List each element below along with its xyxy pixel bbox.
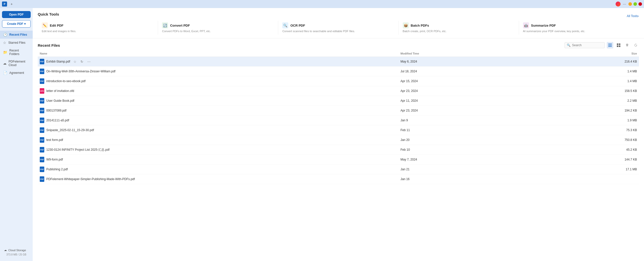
delete-button[interactable] xyxy=(624,42,630,48)
more-button[interactable]: ⋯ xyxy=(132,69,137,74)
star-button[interactable]: ☆ xyxy=(70,167,75,172)
refresh-file-button[interactable]: ↻ xyxy=(95,78,100,84)
all-tools-button[interactable]: All Tools › xyxy=(627,14,639,18)
list-view-button[interactable] xyxy=(607,42,613,48)
summarize-pdf-desc: AI summarizes your PDF overview, key poi… xyxy=(523,29,635,33)
maximize-button[interactable] xyxy=(633,2,637,6)
file-modified: Jan 20 xyxy=(398,135,538,145)
refresh-button[interactable] xyxy=(632,42,639,48)
star-button[interactable]: ☆ xyxy=(65,157,70,162)
main-content: Quick Tools All Tools › ✏️ Edit PDF Edit… xyxy=(33,8,644,261)
more-button[interactable]: ⋯ xyxy=(126,147,131,152)
cloud-storage-item[interactable]: ☁ Cloud Storage xyxy=(2,247,31,253)
file-modified: Jul 18, 2024 xyxy=(398,67,538,76)
star-button[interactable]: ☆ xyxy=(111,147,117,152)
create-pdf-button[interactable]: Create PDF ▾ xyxy=(2,20,31,28)
table-row[interactable]: PDF 000137089.pdf ☆ ↻ ⋯ Apr 23, 2024 194… xyxy=(38,106,639,116)
sidebar-item-agreement[interactable]: 📄 Agreement xyxy=(0,69,33,77)
sidebar-item-recent-files-label: Recent Files xyxy=(9,33,27,36)
star-button[interactable]: ☆ xyxy=(76,98,82,103)
file-name: 1230-0124 INFINITY Project List 2025-汇总.… xyxy=(46,148,109,152)
star-button[interactable]: ☆ xyxy=(137,176,142,182)
search-box[interactable]: 🔍 xyxy=(565,42,605,48)
table-row[interactable]: PDF W9-form.pdf ☆ ↻ ⋯ May 7, 2024 144.7 … xyxy=(38,155,639,165)
sidebar-item-recent-folders-label: Recent Folders xyxy=(9,49,30,56)
add-tab-button[interactable]: + xyxy=(9,2,14,7)
table-row[interactable]: PDF 1230-0124 INFINITY Project List 2025… xyxy=(38,145,639,155)
more-button[interactable]: ⋯ xyxy=(79,137,85,143)
refresh-file-button[interactable]: ↻ xyxy=(72,137,78,143)
star-button[interactable]: ☆ xyxy=(88,78,93,84)
more-button[interactable]: ⋯ xyxy=(151,176,156,182)
sidebar-item-pdfelement-cloud[interactable]: ☁ PDFelement Cloud xyxy=(0,58,33,69)
refresh-file-button[interactable]: ↻ xyxy=(103,127,108,133)
storage-info: 373.8 MB / 25 GB xyxy=(2,253,31,257)
table-row[interactable]: PDF 20141111-a5.pdf ☆ ↻ ⋯ Jan 9 1.9 MB xyxy=(38,116,639,125)
close-button[interactable] xyxy=(638,2,642,6)
table-row[interactable]: PDF Exhibit-Stamp.pdf ☆ ↻ ⋯ May 6, 2024 … xyxy=(38,57,639,67)
table-row[interactable]: PDF test form.pdf ☆ ↻ ⋯ Jan 20 750.8 KB xyxy=(38,135,639,145)
more-button[interactable]: ⋯ xyxy=(86,59,92,64)
tool-batch-pdfs[interactable]: 📦 Batch PDFs Batch create, print, OCR PD… xyxy=(399,20,519,36)
more-button[interactable]: ⋯ xyxy=(90,88,96,94)
ocr-pdf-desc: Convert scanned files to searchable and … xyxy=(282,29,394,33)
file-name: Exhibit-Stamp.pdf xyxy=(46,60,70,63)
search-input[interactable] xyxy=(572,43,602,47)
more-button[interactable]: ⋯ xyxy=(102,78,107,84)
table-row[interactable]: PDF Publishing 2.pdf ☆ ↻ ⋯ Jan 21 17.1 M… xyxy=(38,165,639,174)
file-type-icon: PDF xyxy=(40,127,44,133)
star-button[interactable]: ☆ xyxy=(72,59,78,64)
star-button[interactable]: ☆ xyxy=(117,69,123,74)
file-type-icon: PDF xyxy=(40,108,44,113)
refresh-file-button[interactable]: ↻ xyxy=(72,157,77,162)
minimize-button[interactable] xyxy=(628,2,632,6)
refresh-file-button[interactable]: ↻ xyxy=(75,108,81,113)
svg-rect-5 xyxy=(617,45,618,47)
file-size: 216.4 KB xyxy=(538,57,639,67)
file-modified: Jan 16 xyxy=(398,174,538,184)
more-button[interactable]: ⋯ xyxy=(85,118,91,123)
tool-summarize-pdf[interactable]: 🤖 Summarize PDF AI summarizes your PDF o… xyxy=(519,20,639,36)
tool-edit-pdf[interactable]: ✏️ Edit PDF Edit text and images in file… xyxy=(38,20,158,36)
more-options-icon[interactable]: ⋯ xyxy=(622,2,627,6)
more-button[interactable]: ⋯ xyxy=(83,108,88,113)
sidebar-item-recent-files[interactable]: 🕐 Recent Files xyxy=(0,31,33,39)
refresh-file-button[interactable]: ↻ xyxy=(79,59,85,64)
star-button[interactable]: ☆ xyxy=(68,108,74,113)
table-row[interactable]: PDF PDFelement-Whitepaper-Simpler-Publis… xyxy=(38,174,639,184)
file-name: introduction-to-seo-ebook.pdf xyxy=(46,79,86,83)
refresh-file-button[interactable]: ↻ xyxy=(78,118,84,123)
more-button[interactable]: ⋯ xyxy=(90,98,96,103)
file-name: test form.pdf xyxy=(46,138,63,142)
sidebar-item-recent-folders[interactable]: 📁 Recent Folders xyxy=(0,47,33,58)
table-row[interactable]: PDF On-Writing-Well-30th-Anniversa-Zinss… xyxy=(38,67,639,76)
table-row[interactable]: PDF introduction-to-seo-ebook.pdf ☆ ↻ ⋯ … xyxy=(38,76,639,86)
star-button[interactable]: ☆ xyxy=(76,88,82,94)
star-button[interactable]: ☆ xyxy=(65,137,71,143)
open-pdf-button[interactable]: Open PDF xyxy=(2,11,31,18)
refresh-file-button[interactable]: ↻ xyxy=(125,69,130,74)
refresh-file-button[interactable]: ↻ xyxy=(77,167,82,172)
refresh-file-button[interactable]: ↻ xyxy=(118,147,124,152)
file-type-icon: PDF xyxy=(40,59,44,64)
more-button[interactable]: ⋯ xyxy=(79,157,85,162)
file-size: 1.9 MB xyxy=(538,116,639,125)
edit-pdf-name: Edit PDF xyxy=(50,24,63,27)
sidebar-item-starred-files[interactable]: ☆ Starred Files xyxy=(0,39,33,47)
refresh-file-button[interactable]: ↻ xyxy=(144,176,149,182)
tool-convert-pdf[interactable]: 🔄 Convert PDF Convert PDFs to Word, Exce… xyxy=(158,20,278,36)
table-row[interactable]: OFD letter of invitation.ofd ☆ ↻ ⋯ Apr 2… xyxy=(38,86,639,96)
tool-ocr-pdf[interactable]: 🔍 OCR PDF Convert scanned files to searc… xyxy=(278,20,398,36)
table-row[interactable]: PDF User Guide Book.pdf ☆ ↻ ⋯ Apr 11, 20… xyxy=(38,96,639,106)
file-type-icon: OFD xyxy=(40,88,44,94)
star-button[interactable]: ☆ xyxy=(96,127,101,133)
refresh-file-button[interactable]: ↻ xyxy=(83,88,89,94)
table-row[interactable]: PDF Snipaste_2025-02-11_15-29-30.pdf ☆ ↻… xyxy=(38,125,639,135)
more-button[interactable]: ⋯ xyxy=(84,167,89,172)
svg-rect-4 xyxy=(619,43,620,45)
star-button[interactable]: ☆ xyxy=(71,118,77,123)
grid-view-button[interactable] xyxy=(615,42,622,48)
more-button[interactable]: ⋯ xyxy=(110,127,115,133)
avatar[interactable] xyxy=(616,2,621,7)
refresh-file-button[interactable]: ↻ xyxy=(83,98,89,103)
